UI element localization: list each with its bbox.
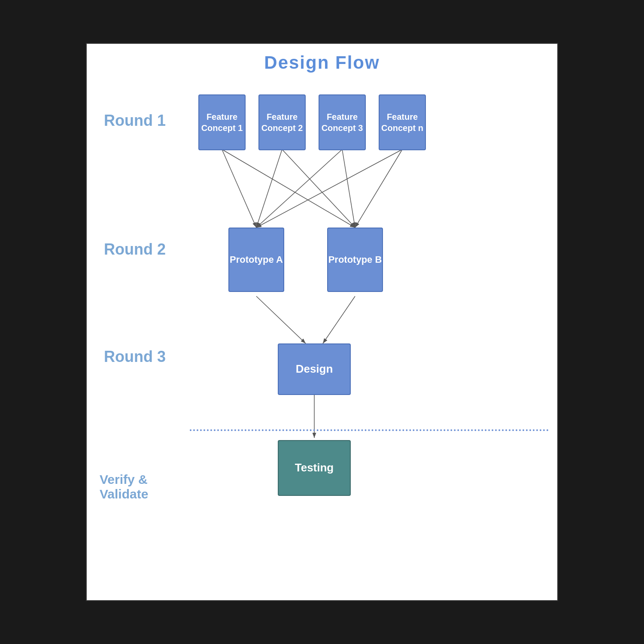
node-feature-concept-3: Feature Concept 3	[319, 94, 366, 150]
label-verify-validate: Verify & Validate	[100, 472, 190, 501]
svg-line-4	[282, 149, 355, 228]
diagram-body: Round 1 Round 2 Round 3 Verify & Validat…	[95, 86, 549, 591]
divider-dotted	[190, 429, 549, 431]
svg-line-10	[323, 296, 355, 343]
svg-line-7	[256, 149, 402, 228]
svg-line-3	[256, 149, 282, 228]
diagram-title: Design Flow	[95, 52, 549, 73]
flow-area: Feature Concept 1 Feature Concept 2 Feat…	[190, 86, 549, 591]
svg-line-6	[342, 149, 355, 228]
node-design: Design	[278, 343, 351, 395]
node-feature-concept-1: Feature Concept 1	[198, 94, 246, 150]
label-round2: Round 2	[104, 240, 166, 258]
diagram-container: Design Flow Round 1 Round 2 Round 3 Veri…	[86, 43, 558, 601]
label-round3: Round 3	[104, 348, 166, 366]
svg-line-1	[222, 149, 256, 228]
svg-line-5	[256, 149, 342, 228]
node-prototype-b: Prototype B	[327, 228, 383, 292]
arrows-svg	[190, 86, 549, 591]
labels-column: Round 1 Round 2 Round 3 Verify & Validat…	[95, 86, 190, 591]
node-feature-concept-2: Feature Concept 2	[258, 94, 306, 150]
svg-line-2	[222, 149, 355, 228]
svg-line-8	[355, 149, 402, 228]
node-prototype-a: Prototype A	[228, 228, 284, 292]
svg-line-9	[256, 296, 306, 343]
node-testing: Testing	[278, 440, 351, 496]
label-round1: Round 1	[104, 112, 166, 130]
node-feature-concept-n: Feature Concept n	[379, 94, 426, 150]
